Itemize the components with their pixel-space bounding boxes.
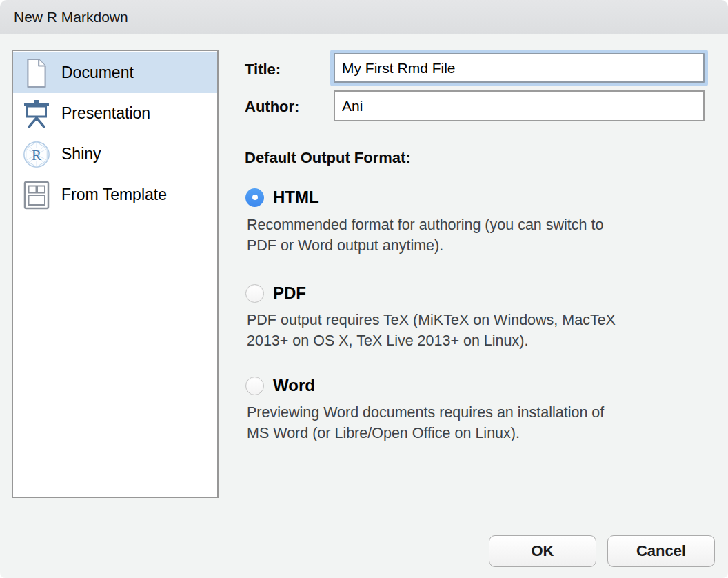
template-icon [22, 179, 51, 211]
radio-label-pdf: PDF [273, 283, 306, 303]
sidebar-item-label: From Template [61, 186, 167, 204]
radio-button-pdf[interactable] [245, 284, 264, 303]
cancel-button[interactable]: Cancel [607, 535, 715, 567]
sidebar-item-document[interactable]: Document [13, 52, 217, 93]
sidebar-item-shiny[interactable]: R Shiny [13, 134, 217, 175]
radio-label-html: HTML [273, 188, 319, 207]
new-r-markdown-dialog: New R Markdown Document [0, 0, 728, 578]
pdf-option-description: PDF output requires TeX (MiKTeX on Windo… [247, 310, 709, 351]
titlebar: New R Markdown [0, 0, 728, 34]
radio-button-html[interactable] [245, 188, 264, 207]
radio-option-pdf[interactable]: PDF [245, 283, 306, 303]
sidebar-item-label: Shiny [61, 145, 101, 163]
sidebar-item-from-template[interactable]: From Template [13, 175, 217, 215]
document-type-list: Document Presentation [12, 50, 219, 498]
radio-option-word[interactable]: Word [245, 376, 315, 395]
sidebar-item-presentation[interactable]: Presentation [13, 93, 217, 134]
title-label: Title: [245, 61, 281, 79]
presentation-icon [22, 98, 51, 130]
document-icon [22, 57, 51, 89]
default-output-format-heading: Default Output Format: [245, 149, 411, 167]
shiny-icon: R [22, 139, 51, 170]
radio-label-word: Word [273, 376, 315, 395]
title-input[interactable] [334, 53, 705, 83]
author-input[interactable] [334, 90, 705, 121]
radio-button-word[interactable] [245, 377, 264, 395]
author-label: Author: [245, 98, 299, 116]
ok-button[interactable]: OK [489, 535, 596, 567]
sidebar-item-label: Presentation [61, 104, 150, 123]
radio-option-html[interactable]: HTML [245, 188, 319, 207]
sidebar-item-label: Document [61, 63, 134, 82]
word-option-description: Previewing Word documents requires an in… [247, 402, 709, 444]
html-option-description: Recommended format for authoring (you ca… [247, 215, 709, 256]
svg-text:R: R [32, 146, 41, 163]
window-title: New R Markdown [14, 9, 128, 26]
